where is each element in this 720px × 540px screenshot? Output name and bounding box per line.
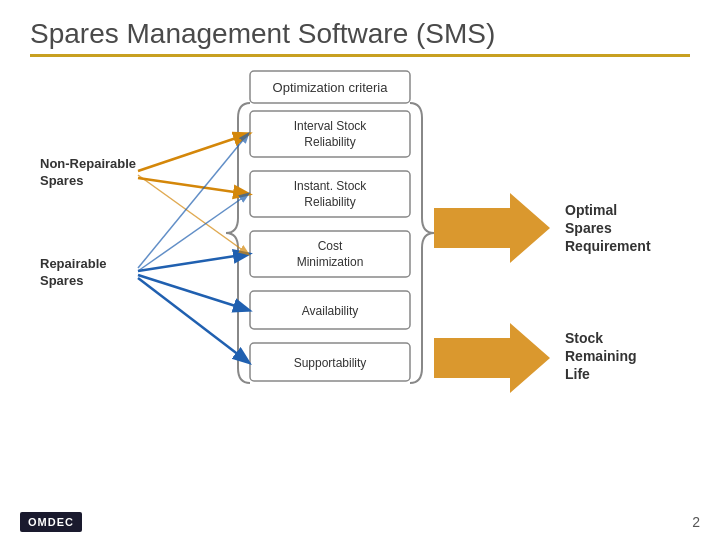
svg-text:Minimization: Minimization	[297, 255, 364, 269]
svg-line-18	[138, 275, 248, 310]
svg-line-21	[138, 134, 248, 268]
svg-text:Requirement: Requirement	[565, 238, 651, 254]
title-area: Spares Management Software (SMS)	[0, 0, 720, 63]
logo-area: OMDEC	[20, 512, 82, 532]
svg-text:Stock: Stock	[565, 330, 603, 346]
title-underline	[30, 54, 690, 57]
svg-text:Repairable: Repairable	[40, 256, 106, 271]
svg-text:Instant. Stock: Instant. Stock	[294, 179, 368, 193]
svg-text:Remaining: Remaining	[565, 348, 637, 364]
svg-rect-8	[250, 231, 410, 277]
main-diagram-svg: Optimization criteria Interval Stock Rel…	[20, 63, 700, 493]
svg-text:Life: Life	[565, 366, 590, 382]
svg-text:Supportability: Supportability	[294, 356, 367, 370]
svg-text:Optimization criteria: Optimization criteria	[273, 80, 389, 95]
svg-text:Interval Stock: Interval Stock	[294, 119, 368, 133]
svg-rect-5	[250, 171, 410, 217]
page: Spares Management Software (SMS) Optimiz…	[0, 0, 720, 540]
svg-line-17	[138, 254, 248, 271]
svg-text:Spares: Spares	[40, 273, 83, 288]
svg-text:Spares: Spares	[565, 220, 612, 236]
svg-line-15	[138, 134, 248, 171]
svg-text:Cost: Cost	[318, 239, 343, 253]
svg-marker-23	[434, 193, 550, 263]
page-title: Spares Management Software (SMS)	[30, 18, 690, 50]
diagram-wrapper: Optimization criteria Interval Stock Rel…	[20, 63, 700, 497]
logo: OMDEC	[20, 512, 82, 532]
svg-text:Non-Repairable: Non-Repairable	[40, 156, 136, 171]
svg-text:Reliability: Reliability	[304, 135, 355, 149]
svg-rect-2	[250, 111, 410, 157]
page-number: 2	[692, 514, 700, 530]
svg-text:Availability: Availability	[302, 304, 358, 318]
svg-text:Spares: Spares	[40, 173, 83, 188]
svg-text:Optimal: Optimal	[565, 202, 617, 218]
svg-marker-24	[434, 323, 550, 393]
svg-text:Reliability: Reliability	[304, 195, 355, 209]
svg-line-19	[138, 278, 248, 362]
